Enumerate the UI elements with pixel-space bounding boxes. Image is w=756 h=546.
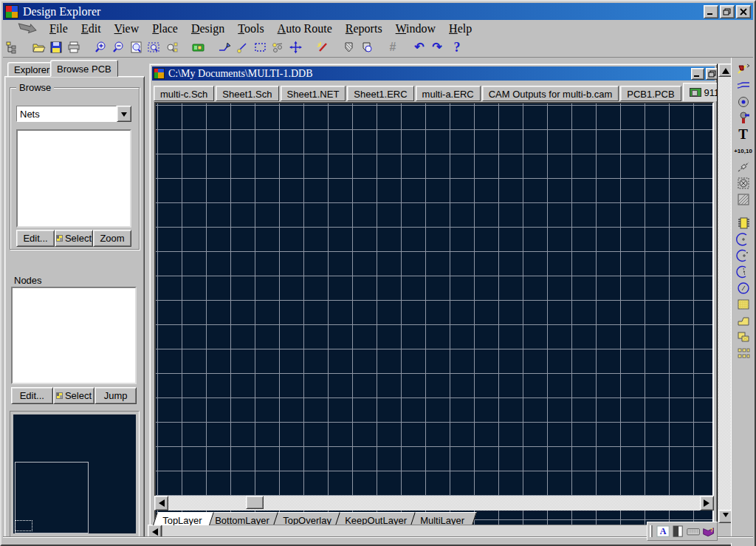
zoom-point-icon[interactable] [162,39,180,55]
print-icon[interactable] [65,39,83,55]
layer-tab-toplayer[interactable]: TopLayer [151,512,214,526]
scroll-left-icon[interactable] [154,496,168,511]
text-style-icon[interactable]: A [656,525,670,538]
menu-tools[interactable]: Tools [231,21,270,36]
polygon-shield-icon[interactable] [340,39,357,55]
main-toolbar: # ↶ ↷ ? [3,38,753,58]
document-titlebar[interactable]: C:\My Documents\MULTI-1.DDB [152,66,715,81]
redo-icon[interactable]: ↷ [428,39,446,55]
minimize-button[interactable] [704,5,718,18]
menu-help[interactable]: Help [442,21,478,36]
close-button[interactable] [736,5,751,18]
zoom-area-icon[interactable] [145,39,162,55]
browse-pcb-panel: Browse Nets Edit... Select Zoom Nodes Ed… [4,76,145,541]
dropdown-arrow-icon[interactable] [117,106,131,122]
deselect-icon[interactable] [269,39,286,55]
board-minimap[interactable] [13,414,136,533]
menu-window[interactable]: Window [389,21,442,36]
room-icon[interactable] [735,176,752,191]
nets-zoom-button[interactable]: Zoom [93,230,131,247]
explorer-panel-toggle-icon[interactable] [3,39,21,55]
keyboard-shortcuts-icon[interactable] [687,525,700,538]
scroll-right-icon[interactable] [700,496,714,511]
zoom-document-icon[interactable] [127,39,145,55]
menu-bar: File Edit View Place Design Tools Auto R… [3,20,753,38]
save-icon[interactable] [47,39,65,55]
menu-design[interactable]: Design [185,21,231,36]
grid-toggle-icon[interactable]: # [384,39,402,55]
titlebar: Design Explorer [3,3,753,20]
coordinate-icon[interactable]: +10,10 [735,143,752,158]
tab-multi-c-sch[interactable]: multi-c.Sch [154,86,214,101]
tab-explorer[interactable]: Explorer [7,62,56,77]
fill-hatched-icon[interactable] [735,192,752,207]
doc-restore-button[interactable] [706,68,718,80]
restore-button[interactable] [720,5,735,18]
help-icon[interactable]: ? [448,39,466,55]
dimension-icon[interactable] [735,160,752,174]
menu-file[interactable]: File [43,21,75,36]
nodes-jump-button[interactable]: Jump [94,387,137,404]
polygon-plane-icon[interactable] [735,313,752,328]
line-tool-icon[interactable] [233,39,251,55]
tab-sheet1-erc[interactable]: Sheet1.ERC [347,86,413,101]
interactive-routing-icon[interactable] [735,62,752,77]
select-area-icon[interactable] [251,39,269,55]
move-object-icon[interactable] [286,39,304,55]
scrollbar-thumb[interactable] [246,496,264,509]
menu-auto-route[interactable]: Auto Route [271,21,339,36]
tab-multi-a-erc[interactable]: multi-a.ERC [416,86,481,101]
tab-911-pcb[interactable]: 911.PCB [683,83,718,101]
browse-mode-dropdown[interactable]: Nets [16,106,131,122]
component-icon[interactable] [735,216,752,231]
nets-listbox[interactable] [16,129,131,228]
browse-buttons: Edit... Select Zoom [16,230,131,247]
browse-groupbox: Browse Nets Edit... Select Zoom [10,87,140,250]
minimap-viewport-rect[interactable] [15,520,32,531]
multiple-traces-icon[interactable] [735,78,752,93]
nets-select-button[interactable]: Select [55,230,93,247]
help-book-icon[interactable]: ? [701,525,715,538]
fill-icon[interactable] [735,297,752,312]
scrollbar-track[interactable] [168,496,700,511]
nodes-listbox[interactable] [11,287,137,384]
browse-library-icon[interactable] [189,39,207,55]
tab-pcb1-pcb[interactable]: PCB1.PCB [620,86,681,101]
zoom-out-icon[interactable] [109,39,127,55]
zoom-in-icon[interactable] [92,39,109,55]
tab-sheet1-sch[interactable]: Sheet1.Sch [216,86,278,101]
arc-any-angle-icon[interactable] [735,265,752,279]
arc-by-center-icon[interactable] [735,248,752,263]
menu-edit[interactable]: Edit [75,21,108,36]
component-array-icon[interactable] [735,346,752,361]
paste-special-icon[interactable] [735,330,752,344]
nodes-edit-button[interactable]: Edit... [11,387,53,404]
tab-browse-pcb[interactable]: Browse PCB [50,60,118,77]
nodes-label: Nodes [14,275,42,286]
nodes-select-button[interactable]: Select [53,387,95,404]
arc-by-edge-icon[interactable] [735,232,752,247]
menu-view[interactable]: View [108,21,146,36]
nets-edit-button[interactable]: Edit... [16,230,55,247]
menu-place[interactable]: Place [145,21,185,36]
open-document-icon[interactable] [30,39,47,55]
menu-reports[interactable]: Reports [339,21,389,36]
tab-cam-outputs[interactable]: CAM Outputs for multi-b.cam [482,86,619,101]
wiring-tool-icon[interactable] [216,39,233,55]
system-menu-arrow-icon[interactable] [16,23,38,35]
doc-minimize-button[interactable] [691,68,704,80]
toolbar-grip-handle[interactable] [650,525,653,537]
string-text-icon[interactable]: T [735,127,752,142]
tab-sheet1-net[interactable]: Sheet1.NET [281,86,346,101]
layer-pair-toggle-icon[interactable] [671,525,684,538]
full-circle-icon[interactable] [735,281,752,296]
polygon-shield-zoom-icon[interactable] [357,39,375,55]
pad-icon[interactable] [735,95,752,109]
design-manager-panel: Explorer Browse PCB Browse Nets Edit... … [4,59,145,541]
pcb-canvas[interactable] [154,102,714,526]
undo-icon[interactable]: ↶ [410,39,428,55]
wizard-wand-icon[interactable] [313,39,331,55]
pcb-horizontal-scrollbar[interactable] [154,496,714,511]
status-mini-toolbar: A ? [647,522,718,541]
via-icon[interactable] [735,111,752,126]
